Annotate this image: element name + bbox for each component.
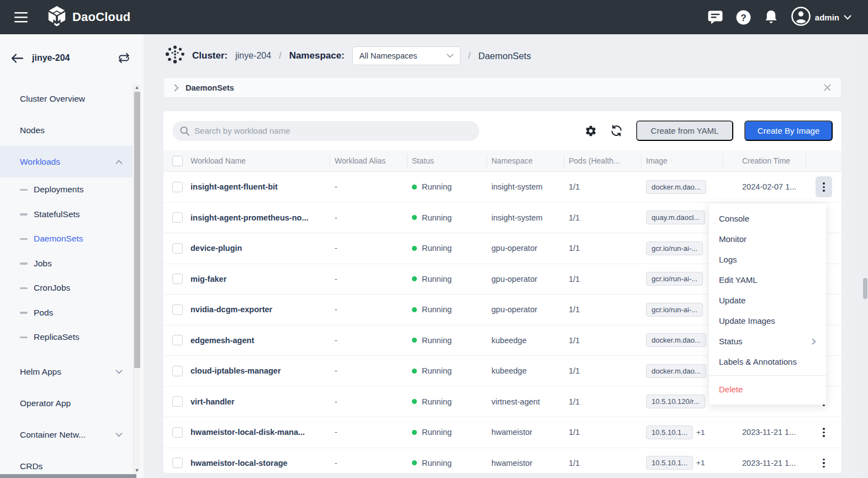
col-workload-name[interactable]: Workload Name	[190, 154, 330, 168]
gear-icon[interactable]	[581, 121, 601, 141]
sidebar-item-jobs[interactable]: Jobs	[0, 251, 133, 276]
menu-item-status[interactable]: Status	[709, 331, 826, 351]
row-checkbox[interactable]	[172, 458, 183, 468]
dash-icon	[20, 287, 28, 290]
kebab-menu-button[interactable]	[816, 453, 832, 473]
scrollbar-thumb[interactable]	[134, 92, 140, 368]
workload-name-link[interactable]: insight-agent-prometheus-no...	[190, 213, 330, 222]
row-checkbox[interactable]	[172, 366, 183, 376]
help-icon[interactable]: ?	[736, 10, 751, 25]
menu-item-update-images[interactable]: Update Images	[709, 311, 826, 331]
menu-item-logs[interactable]: Logs	[709, 249, 826, 270]
workload-alias: -	[330, 244, 407, 253]
col-creation-time[interactable]: Creation Time	[723, 154, 806, 168]
sidebar-item-operator-app[interactable]: Operator App	[0, 388, 133, 419]
sidebar-item-nodes[interactable]: Nodes	[0, 114, 133, 146]
namespace-select[interactable]: All Namespaces	[352, 46, 461, 65]
status-cell: Running	[407, 213, 487, 222]
sidebar-item-statefulsets[interactable]: StatefulSets	[0, 202, 133, 227]
namespace-cell: insight-system	[487, 213, 564, 222]
workload-alias: -	[330, 275, 407, 283]
col-image[interactable]: Image	[642, 154, 723, 168]
kebab-menu-button[interactable]	[816, 176, 832, 197]
sidebar-item-container-netw[interactable]: Container Netw...	[0, 419, 133, 451]
page-scrollbar-thumb[interactable]	[863, 278, 867, 299]
kebab-menu-button[interactable]	[816, 422, 832, 443]
sidebar-item-deployments[interactable]: Deployments	[0, 177, 133, 202]
back-arrow-icon[interactable]	[11, 54, 23, 63]
workload-name-link[interactable]: cloud-iptables-manager	[190, 366, 330, 375]
workload-name-link[interactable]: insight-agent-fluent-bit	[190, 182, 330, 191]
pods-cell: 1/1	[564, 397, 642, 406]
workload-name-link[interactable]: virt-handler	[190, 397, 330, 406]
scroll-down-arrow-icon[interactable]: ▼	[134, 467, 140, 474]
menu-item-edit-yaml[interactable]: Edit YAML	[709, 270, 826, 290]
bell-icon[interactable]	[764, 10, 778, 25]
create-by-image-button[interactable]: Create By Image	[744, 120, 833, 141]
sidebar-item-cronjobs[interactable]: CronJobs	[0, 276, 133, 301]
brand-name: DaoCloud	[72, 10, 130, 24]
menu-item-update[interactable]: Update	[709, 290, 826, 311]
col-workload-alias[interactable]: Workload Alias	[330, 154, 407, 168]
row-checkbox[interactable]	[172, 212, 183, 223]
close-icon[interactable]	[824, 84, 831, 91]
workload-alias: -	[330, 182, 407, 191]
col-namespace[interactable]: Namespace	[487, 154, 564, 168]
col-pods[interactable]: Pods (Health...	[564, 154, 642, 168]
row-checkbox[interactable]	[172, 427, 183, 438]
workload-name-link[interactable]: nvidia-dcgm-exporter	[190, 305, 330, 314]
chevron-down-icon	[115, 433, 123, 437]
row-checkbox[interactable]	[172, 182, 183, 192]
refresh-icon[interactable]	[606, 121, 626, 141]
sidebar-item-helm-apps[interactable]: Helm Apps	[0, 356, 133, 388]
menu-item-delete[interactable]: Delete	[709, 379, 826, 400]
row-checkbox[interactable]	[172, 396, 183, 407]
search-box[interactable]	[172, 121, 479, 141]
sidebar-item-workloads[interactable]: Workloads	[0, 146, 133, 177]
create-from-yaml-button[interactable]: Create from YAML	[636, 120, 733, 141]
workload-name-link[interactable]: device-plugin	[190, 244, 330, 253]
sidebar-vertical-scrollbar[interactable]: ▲ ▼	[133, 84, 140, 474]
pods-cell: 1/1	[564, 244, 642, 253]
tab-title[interactable]: DaemonSets	[186, 83, 234, 92]
row-checkbox[interactable]	[172, 243, 183, 254]
row-checkbox[interactable]	[172, 274, 183, 284]
menu-item-labels-annotations[interactable]: Labels & Annotations	[709, 351, 826, 372]
table-header: Workload Name Workload Alias Status Name…	[163, 150, 841, 172]
col-status[interactable]: Status	[407, 154, 487, 168]
select-all-checkbox[interactable]	[172, 156, 183, 166]
workload-alias: -	[330, 213, 407, 222]
dash-icon	[20, 189, 28, 191]
workload-name-link[interactable]: mig-faker	[190, 275, 330, 283]
workload-name-link[interactable]: edgemesh-agent	[190, 336, 330, 345]
chat-icon[interactable]	[708, 10, 723, 24]
menu-item-monitor[interactable]: Monitor	[709, 229, 826, 249]
sidebar-item-replicasets[interactable]: ReplicaSets	[0, 325, 133, 350]
user-menu[interactable]: admin	[791, 7, 851, 28]
image-chip: gcr.io/run-ai-...	[646, 241, 703, 255]
creation-time-cell: 2024-02-07 1...	[723, 182, 806, 191]
row-checkbox[interactable]	[172, 304, 183, 315]
search-icon	[180, 126, 189, 136]
sidebar-item-cluster-overview[interactable]: Cluster Overview	[0, 83, 133, 114]
sidebar-horizontal-scrollbar[interactable]	[0, 474, 136, 478]
page-scrollbar[interactable]	[862, 34, 868, 478]
brand[interactable]: DaoCloud	[46, 6, 130, 29]
sidebar-item-pods[interactable]: Pods	[0, 301, 133, 325]
sidebar-item-crds[interactable]: CRDs	[0, 451, 133, 473]
image-extra-count: +1	[696, 428, 705, 437]
creation-time-cell: 2023-11-21 1...	[723, 428, 806, 437]
row-checkbox[interactable]	[172, 335, 183, 345]
workload-name-link[interactable]: hwameistor-local-disk-mana...	[190, 428, 330, 437]
swap-cluster-icon[interactable]	[118, 52, 130, 64]
sidebar-item-daemonsets[interactable]: DaemonSets	[0, 227, 133, 251]
chevron-right-icon[interactable]	[174, 84, 179, 92]
dash-icon	[20, 262, 28, 265]
workload-name-link[interactable]: hwameistor-local-storage	[190, 459, 330, 468]
menu-item-console[interactable]: Console	[709, 208, 826, 229]
hamburger-icon[interactable]	[14, 12, 28, 23]
scroll-up-arrow-icon[interactable]: ▲	[134, 84, 140, 91]
pods-cell: 1/1	[564, 182, 642, 191]
search-input[interactable]	[194, 126, 472, 135]
svg-text:?: ?	[740, 12, 746, 23]
